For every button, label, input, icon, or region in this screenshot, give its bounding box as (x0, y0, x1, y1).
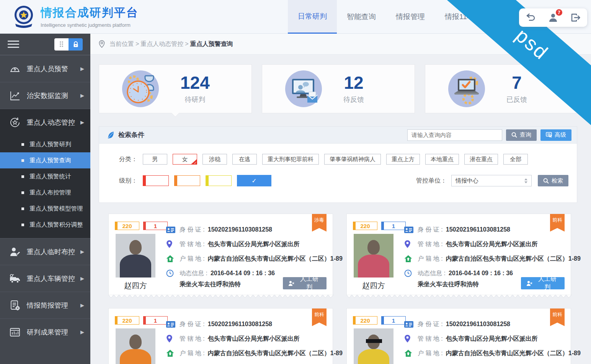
stat-card-pending-feedback[interactable]: 12 待反馈 (262, 64, 415, 113)
zigzag-edge (108, 295, 334, 299)
sidebar: 重点人员预警 ▶ 治安数据监测 ▶ 重点人动态管控 ▶ 重点人预警研判 重点人预… (0, 34, 90, 364)
menu-toggle-button[interactable] (8, 41, 19, 48)
sidebar-subitem-model-management[interactable]: 重点人预警模型管理 (0, 201, 90, 217)
score-badge: 220 (353, 222, 377, 230)
monitor-message-icon (285, 70, 322, 107)
breadcrumb-current: 重点人预警查询 (190, 40, 233, 48)
bullet-icon (21, 175, 24, 178)
tab-intel-management[interactable]: 情报管理 (386, 0, 435, 34)
location-icon (404, 240, 413, 248)
sidebar-item-label: 重点人临时布控 (27, 247, 75, 256)
search-input[interactable] (407, 129, 502, 141)
person-name: 赵四方 (354, 281, 393, 291)
clock-icon (404, 269, 413, 277)
sidebar-subitem-score-adjustment[interactable]: 重点人预警积分调整 (0, 217, 90, 233)
bullet-icon (21, 191, 24, 194)
category-male[interactable]: 男 (143, 154, 167, 165)
manual-judgment-button[interactable]: 人工研判 (521, 277, 565, 289)
home-icon (166, 349, 175, 357)
level-orange[interactable] (174, 175, 200, 186)
chevron-right-icon: ▶ (80, 119, 84, 125)
sidebar-subitem-warning-query[interactable]: 重点人预警查询 (0, 152, 90, 168)
home-icon (404, 349, 413, 357)
category-all[interactable]: 全部 (503, 154, 528, 165)
search-criteria-panel: 检索条件 查询 高级 分类： 男 女 涉稳 在逃 重大刑事犯罪前科 肇事肇祸精神… (99, 126, 577, 203)
sidebar-subitem-warning-statistics[interactable]: 重点人预警统计 (0, 168, 90, 184)
location-icon (404, 335, 413, 343)
chevron-right-icon: ▶ (80, 302, 84, 308)
tab-daily-judgment[interactable]: 日常研判 (288, 0, 337, 34)
user-button[interactable]: 7 (547, 11, 559, 24)
breadcrumb-separator: > (185, 41, 188, 47)
clock-hourglass-icon (122, 70, 159, 107)
search-button[interactable]: 检索 (538, 175, 568, 186)
zigzag-edge (346, 295, 572, 299)
category-fugitive[interactable]: 在逃 (232, 154, 257, 165)
sidebar-item-vehicle-control[interactable]: 重点人车辆管控 ▶ (0, 265, 90, 292)
stat-card-pending-judgment[interactable]: 124 待研判 (99, 64, 252, 113)
search-icon (511, 132, 517, 138)
sidebar-item-security-data-monitor[interactable]: 治安数据监测 ▶ (0, 82, 90, 109)
manual-judgment-button[interactable]: 人工研判 (283, 277, 327, 289)
selected-card-notch (171, 109, 179, 117)
sidebar-item-temporary-control[interactable]: 重点人临时布控 ▶ (0, 238, 90, 265)
category-stability[interactable]: 涉稳 (202, 154, 227, 165)
person-photo (116, 328, 155, 364)
tab-smart-query[interactable]: 智能查询 (337, 0, 386, 34)
advanced-button[interactable]: 高级 (540, 129, 571, 141)
logout-button[interactable] (570, 11, 582, 24)
category-local-key[interactable]: 本地重点 (425, 154, 459, 165)
sidebar-subitem-control-management[interactable]: 重点人布控管理 (0, 184, 90, 201)
category-mental-illness[interactable]: 肇事肇祸精神病人 (324, 154, 381, 165)
stat-label: 已反馈 (506, 95, 527, 104)
sidebar-item-label: 治安数据监测 (27, 91, 68, 100)
level-yellow[interactable] (206, 175, 232, 186)
bullet-icon (21, 224, 24, 226)
sidebar-item-key-person-dynamic-control[interactable]: 重点人动态管控 ▶ (0, 109, 90, 135)
stat-value: 124 (180, 73, 210, 92)
category-filter-row: 分类： 男 女 涉稳 在逃 重大刑事犯罪前科 肇事肇祸精神病人 重点上方 本地重… (110, 154, 568, 165)
sidebar-item-judgment-results[interactable]: 研判成果管理 ▶ (0, 318, 90, 345)
sidebar-item-label: 研判成果管理 (27, 328, 68, 337)
sidebar-item-label: 重点人车辆管控 (27, 274, 75, 283)
category-label: 分类： (110, 155, 137, 163)
brand: 情报合成研判平台 Intelligence synthetic judgment… (13, 5, 139, 28)
sidebar-topbar (0, 34, 90, 55)
laptop-check-icon (448, 70, 485, 107)
app-title: 情报合成研判平台 (41, 5, 139, 21)
category-potential-key[interactable]: 潜在重点 (464, 154, 498, 165)
person-photo (354, 234, 393, 277)
bullet-icon (21, 159, 24, 162)
unit-label: 管控单位： (416, 177, 447, 185)
person-check-icon (288, 281, 295, 286)
level-blue-selected[interactable]: ✓ (237, 175, 271, 186)
category-major-crime[interactable]: 重大刑事犯罪前科 (262, 154, 319, 165)
person-card: 涉毒 220 1 赵四方 身 份 证 :1502021961103081258 … (108, 214, 333, 295)
breadcrumb-parent[interactable]: 重点人动态管控 (140, 40, 183, 48)
query-button[interactable]: 查询 (506, 129, 537, 141)
alert-badge: 1 (143, 222, 168, 230)
chevron-right-icon: ▶ (80, 329, 84, 335)
unit-select[interactable]: 情报中心 (451, 175, 532, 186)
header-tools: 7 (519, 8, 587, 27)
person-photo (354, 328, 393, 364)
stat-value: 12 (344, 73, 363, 92)
sidebar-pin-toggle[interactable] (54, 38, 83, 51)
sidebar-subitem-warning-judgment[interactable]: 重点人预警研判 (0, 136, 90, 152)
person-edit-icon (9, 246, 21, 258)
feather-icon (108, 131, 114, 139)
id-card-icon (404, 225, 413, 234)
person-name: 赵四方 (116, 281, 155, 291)
chevron-right-icon: ▶ (80, 276, 84, 281)
category-key-upper[interactable]: 重点上方 (386, 154, 420, 165)
level-red[interactable] (143, 175, 169, 186)
chevron-right-icon: ▶ (80, 249, 84, 255)
select-arrows-icon (524, 178, 527, 183)
category-female[interactable]: 女 (173, 154, 197, 165)
level-label: 级别： (110, 177, 137, 185)
undo-button[interactable] (524, 11, 537, 24)
sidebar-item-briefing-management[interactable]: 情报简报管理 ▶ (0, 292, 90, 318)
sidebar-item-key-person-warning[interactable]: 重点人员预警 ▶ (0, 55, 90, 82)
alarm-icon (9, 63, 21, 75)
stat-value: 7 (512, 73, 522, 92)
